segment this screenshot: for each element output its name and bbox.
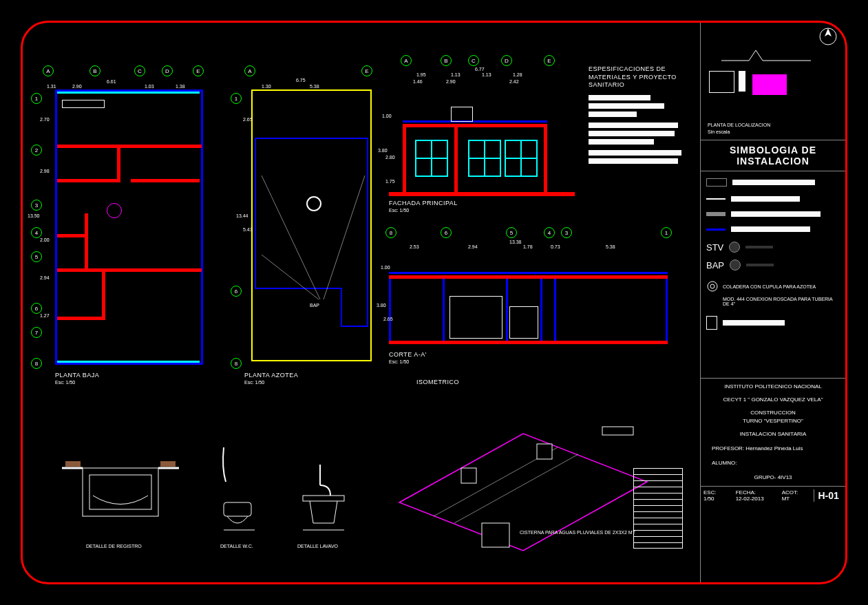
esc-label: ESC: bbox=[703, 489, 732, 496]
program: CONSTRUCCION TURNO "VESPERTINO" bbox=[705, 409, 841, 427]
detalle-lavabo bbox=[289, 458, 358, 537]
prof: Hernandez Pineda Luis bbox=[745, 445, 803, 452]
axis-bubble: A bbox=[43, 65, 54, 76]
fachada bbox=[389, 100, 575, 196]
planta-baja bbox=[41, 89, 203, 365]
axis-bubble: E bbox=[544, 55, 555, 66]
axis-bubble: 6 bbox=[441, 227, 452, 238]
svg-line-2 bbox=[262, 255, 319, 299]
axis-bubble: 3 bbox=[31, 200, 42, 211]
dimension: 1.27 bbox=[40, 313, 50, 318]
specs: ESPESIFICACIONES DE MATERIALES Y PROYECT… bbox=[589, 65, 688, 178]
isometrico bbox=[372, 379, 661, 564]
axis-bubble: 8 bbox=[31, 358, 42, 369]
drain-label: COLADERA CON CUPULA PARA AZOTEA bbox=[723, 284, 816, 289]
bap-label: BAP bbox=[706, 260, 724, 270]
planta-baja-scale: Esc: 1/50 bbox=[55, 380, 75, 385]
dimension: 6.75 bbox=[296, 78, 306, 83]
axis-bubble: C bbox=[134, 65, 145, 76]
svg-point-24 bbox=[710, 284, 714, 288]
axis-bubble: A bbox=[401, 55, 412, 66]
dimension: 5.43 bbox=[243, 227, 253, 232]
dimension: 3.80 bbox=[378, 148, 388, 153]
dimension: 13.50 bbox=[28, 213, 40, 218]
lavabo-title: DETALLE LAVAVO bbox=[297, 544, 338, 549]
cistern-label: CISTERNA PARA AGUAS PLUVIALES DE 2X3X2 M… bbox=[520, 530, 635, 535]
axis-bubble: 6 bbox=[231, 286, 242, 297]
axis-bubble: E bbox=[361, 65, 372, 76]
dimension: 2.90 bbox=[446, 79, 456, 84]
dimension: 1.28 bbox=[513, 72, 522, 77]
unit: MT bbox=[782, 496, 810, 502]
planta-azotea: BAP bbox=[237, 89, 372, 361]
dimension: 1.03 bbox=[145, 84, 154, 89]
corte-title: CORTE A-A' bbox=[389, 351, 427, 358]
axis-bubble: 2 bbox=[31, 145, 42, 156]
group: 4IV13 bbox=[778, 474, 792, 480]
dimension: 6.77 bbox=[475, 67, 485, 72]
dimension: 1.38 bbox=[176, 84, 185, 89]
dimension: 1.00 bbox=[381, 265, 390, 270]
axis-bubble: E bbox=[193, 65, 204, 76]
svg-line-5 bbox=[454, 454, 578, 523]
date: 12-02-2013 bbox=[736, 496, 778, 502]
axis-bubble: 8 bbox=[385, 227, 396, 238]
dimension: 5.38 bbox=[606, 244, 615, 249]
dimension: 2.65 bbox=[243, 117, 253, 122]
registro-title: DETALLE DE REGISTRO bbox=[86, 544, 142, 549]
north-arrow-icon bbox=[818, 26, 838, 47]
detalle-registro bbox=[62, 447, 179, 537]
svg-rect-9 bbox=[482, 523, 509, 547]
dimension: 13.38 bbox=[509, 240, 522, 244]
dimension: 1.46 bbox=[413, 79, 423, 84]
detalle-wc bbox=[213, 441, 282, 537]
corte bbox=[389, 255, 668, 344]
dimension: 2.98 bbox=[40, 169, 50, 173]
dimension: 1.95 bbox=[416, 72, 426, 77]
title-block: PLANTA DE LOCALIZACION Sin escala SIMBOL… bbox=[700, 23, 845, 582]
axis-bubble: 4 bbox=[544, 227, 555, 238]
project: INSTALACION SANITARIA bbox=[705, 430, 841, 439]
planta-baja-title: PLANTA BAJA bbox=[55, 372, 99, 379]
stv-label: STV bbox=[706, 242, 723, 253]
axis-bubble: B bbox=[441, 55, 452, 66]
dimension: 2.42 bbox=[509, 79, 519, 84]
sheet-number: H-01 bbox=[814, 489, 843, 502]
fachada-title: FACHADA PRINCIPAL bbox=[389, 200, 458, 206]
unit-label: ACOT: bbox=[782, 489, 810, 496]
axis-bubble: 6 bbox=[31, 303, 42, 314]
dimension: 6.61 bbox=[107, 79, 116, 84]
axis-bubble: 1 bbox=[661, 227, 672, 238]
svg-marker-22 bbox=[825, 28, 832, 36]
svg-line-1 bbox=[324, 176, 365, 299]
student-label: ALUMNO: bbox=[712, 460, 737, 466]
svg-rect-6 bbox=[461, 468, 476, 483]
axis-bubble: B bbox=[89, 65, 100, 76]
axis-bubble: A bbox=[244, 65, 255, 76]
esc: 1/50 bbox=[703, 496, 732, 502]
symbology-title: SIMBOLOGIA DE INSTALACION bbox=[701, 140, 845, 171]
axis-bubble: 3 bbox=[561, 227, 572, 238]
dimension: 2.65 bbox=[383, 317, 393, 321]
dimension: 2.00 bbox=[40, 237, 50, 242]
axis-bubble: 1 bbox=[31, 93, 42, 104]
axis-bubble: 5 bbox=[31, 251, 42, 262]
specs-title: ESPESIFICACIONES DE MATERIALES Y PROYECT… bbox=[589, 65, 688, 89]
iso-table bbox=[633, 468, 683, 549]
axis-bubble: 8 bbox=[231, 358, 242, 369]
dimension: 1.13 bbox=[451, 72, 461, 77]
dimension: 2.90 bbox=[72, 84, 82, 89]
svg-rect-19 bbox=[303, 496, 344, 501]
conn-label: MOD. 444 CONEXION ROSCADA PARA TUBERIA D… bbox=[723, 297, 840, 306]
school: INSTITUTO POLITECNICO NACIONAL bbox=[705, 383, 841, 392]
dimension: 1.75 bbox=[385, 179, 395, 184]
axis-bubble: 5 bbox=[506, 227, 517, 238]
loc-plan-label: PLANTA DE LOCALIZACION bbox=[708, 123, 770, 127]
axis-bubble: C bbox=[468, 55, 479, 66]
prof-label: PROFESOR: bbox=[712, 445, 744, 452]
svg-point-23 bbox=[708, 282, 717, 291]
campus: CECYT 1 " GONZALO VAZQUEZ VELA" bbox=[705, 396, 841, 405]
svg-rect-16 bbox=[224, 502, 251, 516]
dimension: 1.78 bbox=[523, 244, 533, 249]
dimension: 2.80 bbox=[385, 155, 395, 160]
